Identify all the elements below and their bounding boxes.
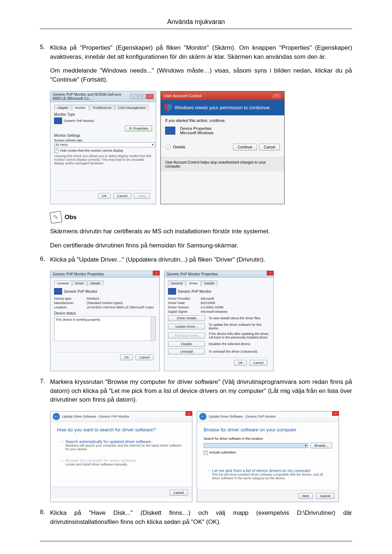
uac-footer: User Account Control helps stop unauthor…	[161, 157, 284, 171]
wizard-heading: How do you want to search for driver sof…	[57, 427, 185, 432]
cancel-button[interactable]: Cancel	[259, 144, 280, 151]
update-driver-wizard-search: × ← Update Driver Software - Generic PnP…	[50, 411, 192, 502]
roll-back-driver-button[interactable]: Roll Back Driver	[168, 333, 205, 338]
cancel-button[interactable]: Cancel	[249, 360, 268, 366]
option-title: Search automatically for updated driver …	[60, 439, 182, 444]
ok-button[interactable]: OK	[98, 193, 111, 199]
tab-details[interactable]: Details	[201, 280, 217, 286]
tab-troubleshoot[interactable]: Troubleshoot	[90, 105, 114, 110]
hide-modes-checkbox[interactable]	[54, 149, 58, 153]
location-label: Location:	[54, 305, 87, 309]
tab-general[interactable]: General	[168, 280, 185, 286]
hide-modes-description: Clearing this check box allows you to se…	[54, 154, 152, 165]
tab-monitor[interactable]: Monitor	[72, 105, 89, 110]
back-icon[interactable]: ←	[53, 413, 60, 420]
update-driver-button[interactable]: Update Driver...	[168, 324, 205, 329]
browse-button[interactable]: Browse...	[310, 443, 332, 448]
close-icon[interactable]: ×	[272, 93, 281, 99]
monitor-properties-dialog: Generic PnP Monitor and NVIDIA GeForce 6…	[50, 91, 156, 204]
driver-provider-value: Microsoft	[201, 297, 214, 300]
location-label: Search for driver software in this locat…	[204, 437, 332, 440]
disable-button[interactable]: Disable	[168, 341, 205, 347]
driver-details-desc: To view details about the driver files.	[209, 316, 270, 320]
include-subfolders-checkbox[interactable]	[204, 451, 208, 455]
option-title: Browse my computer for driver software	[60, 458, 182, 463]
device-name: Generic PnP Monitor	[178, 290, 212, 294]
close-icon[interactable]: ×	[185, 411, 192, 416]
tab-adapter[interactable]: Adapter	[54, 105, 72, 110]
driver-provider-label: Driver Provider:	[168, 297, 201, 300]
note-icon: ✎	[49, 210, 62, 223]
roll-back-driver-desc: If the device fails after updating the d…	[209, 332, 270, 339]
ok-button[interactable]: OK	[120, 354, 133, 360]
minimize-icon[interactable]: _	[130, 94, 138, 99]
hide-modes-label: Hide modes that this monitor cannot disp…	[60, 149, 123, 152]
monitor-settings-label: Monitor Settings	[54, 134, 152, 138]
footer-rule	[40, 541, 352, 541]
tab-driver[interactable]: Driver	[72, 280, 87, 286]
scrollbar[interactable]	[151, 317, 155, 341]
chevron-down-icon[interactable]: ⌄	[165, 144, 171, 150]
device-status-box: This device is working properly.	[54, 316, 156, 341]
cancel-button[interactable]: Cancel	[135, 354, 154, 360]
maximize-icon[interactable]: □	[138, 94, 146, 99]
wizard-heading: Browse for driver software on your compu…	[204, 427, 332, 432]
option-let-me-pick[interactable]: Let me pick from a list of device driver…	[204, 466, 332, 483]
option-subtitle: Windows will search your computer and th…	[65, 444, 182, 451]
note-line-1: Skärmens drivrutin har certifierats av M…	[50, 227, 352, 236]
cancel-button[interactable]: Cancel	[113, 193, 131, 199]
tab-details[interactable]: Details	[87, 280, 103, 286]
header-rule	[40, 29, 352, 29]
page-header: Använda mjukvaran	[40, 18, 352, 26]
uac-headline: Windows needs your permission to contion…	[175, 105, 271, 110]
step-number-8: 8.	[40, 509, 50, 526]
digital-signer-label: Digital Signer:	[168, 310, 201, 313]
continue-button[interactable]: Continue	[233, 144, 257, 151]
driver-date-value: 6/21/2006	[201, 301, 215, 305]
chevron-down-icon: ▾	[152, 143, 154, 147]
driver-details-button[interactable]: Driver Details	[168, 315, 205, 321]
refresh-rate-label: Screen refresh rate:	[54, 139, 152, 142]
cancel-button[interactable]: Cancel	[170, 490, 188, 496]
properties-button[interactable]: ⛨ Properties	[125, 126, 152, 131]
step-number-7: 7.	[40, 378, 50, 405]
disable-desc: Disables the selected device.	[209, 342, 270, 346]
apply-button[interactable]: Apply	[134, 193, 150, 199]
close-icon[interactable]: ×	[153, 271, 160, 275]
refresh-rate-dropdown[interactable]: 60 Hertz ▾	[54, 142, 155, 147]
tab-driver[interactable]: Driver	[186, 280, 201, 286]
uac-device-properties: Device Properties	[180, 126, 213, 131]
pnp-properties-driver-dialog: Generic PnP Monitor Properties × General…	[164, 271, 274, 371]
option-search-automatically[interactable]: Search automatically for updated driver …	[57, 437, 185, 454]
next-button[interactable]: Next	[298, 493, 313, 499]
monitor-icon	[54, 118, 62, 124]
close-icon[interactable]: ×	[332, 411, 339, 416]
ok-button[interactable]: OK	[234, 360, 247, 366]
location-value: on NVIDIA GeForce 6600 LE (Microsoft Cor…	[87, 305, 154, 309]
option-title: Let me pick from a list of device driver…	[207, 468, 329, 473]
back-icon[interactable]: ←	[199, 413, 207, 420]
uac-microsoft-windows: Microsoft Windows	[180, 131, 213, 135]
properties-button-label: Properties	[133, 127, 148, 130]
dialog-title: Generic PnP Monitor Properties	[167, 272, 218, 276]
note-line-2: Den certifierade drivrutinen finns på he…	[50, 241, 352, 250]
wizard-breadcrumb: Update Driver Software - Generic PnP Mon…	[209, 415, 276, 418]
close-icon[interactable]: ×	[267, 271, 274, 275]
option-browse-computer[interactable]: Browse my computer for driver software L…	[57, 456, 185, 469]
uac-started-text: If you started this action, continue.	[165, 118, 280, 123]
close-icon[interactable]: ×	[146, 94, 154, 99]
step-number-5: 5.	[40, 44, 50, 85]
option-subtitle: This list will show installed driver sof…	[212, 473, 329, 480]
include-subfolders-label: Include subfolders	[209, 451, 236, 454]
step-5-p1: Klicka på "Properties" (Egenskaper) på f…	[50, 44, 352, 60]
monitor-icon	[54, 288, 62, 295]
path-dropdown[interactable]: ▾	[204, 443, 308, 448]
refresh-rate-value: 60 Hertz	[56, 143, 68, 147]
tab-color-management[interactable]: Color Management	[115, 105, 149, 110]
tab-general[interactable]: General	[54, 280, 72, 286]
uninstall-button[interactable]: Uninstall	[168, 349, 205, 354]
cancel-button[interactable]: Cancel	[316, 493, 334, 499]
device-status-label: Device status	[54, 311, 156, 315]
update-driver-desc: To update the driver software for this d…	[209, 323, 270, 330]
device-icon	[165, 127, 175, 135]
